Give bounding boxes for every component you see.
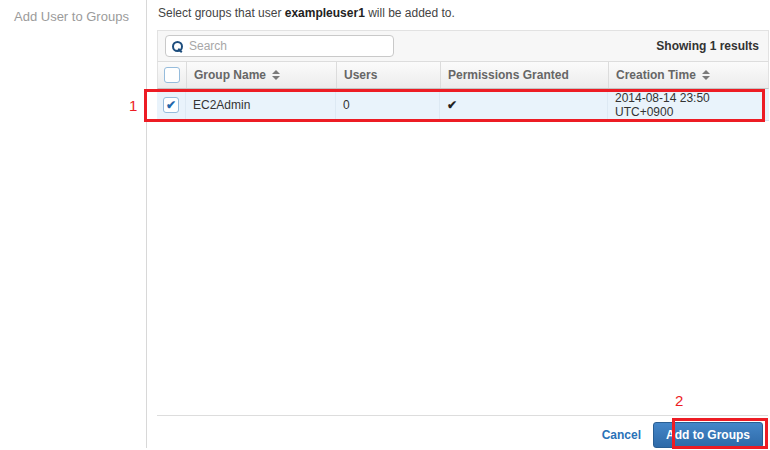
table-header-row: Group Name Users Permissions Granted Cre… — [157, 62, 769, 89]
page-title: Add User to Groups — [0, 0, 146, 25]
column-label-users: Users — [344, 68, 377, 82]
add-to-groups-button[interactable]: Add to Groups — [653, 422, 763, 448]
users-count-cell: 0 — [335, 89, 439, 120]
sidebar: Add User to Groups — [0, 0, 147, 448]
groups-table-panel: Showing 1 results Group Name Users Permi… — [157, 30, 769, 121]
column-header-users[interactable]: Users — [336, 62, 440, 88]
table-row[interactable]: ✔ EC2Admin 0 ✔ 2014-08-14 23:50 UTC+0900 — [157, 89, 769, 121]
main-content: Select groups that user exampleuser1 wil… — [157, 0, 769, 450]
select-all-checkbox[interactable] — [164, 67, 180, 83]
select-all-cell — [158, 62, 186, 88]
creation-time-cell: 2014-08-14 23:50 UTC+0900 — [607, 89, 769, 120]
row-select-cell: ✔ — [157, 89, 185, 120]
column-header-permissions[interactable]: Permissions Granted — [440, 62, 608, 88]
check-icon: ✔ — [447, 98, 457, 112]
column-label-permissions: Permissions Granted — [448, 68, 569, 82]
search-box[interactable] — [165, 35, 394, 57]
column-label-creation-time: Creation Time — [616, 68, 696, 82]
table-toolbar: Showing 1 results — [157, 30, 769, 62]
column-header-creation-time[interactable]: Creation Time — [608, 62, 768, 88]
description-prefix: Select groups that user — [158, 6, 285, 20]
description-text: Select groups that user exampleuser1 wil… — [158, 6, 769, 20]
username: exampleuser1 — [285, 6, 365, 20]
add-user-to-groups-screen: Add User to Groups Select groups that us… — [0, 0, 770, 450]
cancel-button[interactable]: Cancel — [602, 428, 641, 442]
column-label-group-name: Group Name — [194, 68, 266, 82]
search-input[interactable] — [189, 39, 387, 53]
description-suffix: will be added to. — [365, 6, 455, 20]
permissions-cell: ✔ — [439, 89, 607, 120]
row-checkbox[interactable]: ✔ — [163, 97, 179, 113]
dialog-footer: Cancel Add to Groups — [157, 415, 768, 448]
search-icon — [172, 40, 184, 52]
sort-icon[interactable] — [702, 70, 710, 80]
sort-icon[interactable] — [272, 70, 280, 80]
group-name-cell: EC2Admin — [185, 89, 335, 120]
results-count: Showing 1 results — [656, 39, 761, 53]
column-header-group-name[interactable]: Group Name — [186, 62, 336, 88]
